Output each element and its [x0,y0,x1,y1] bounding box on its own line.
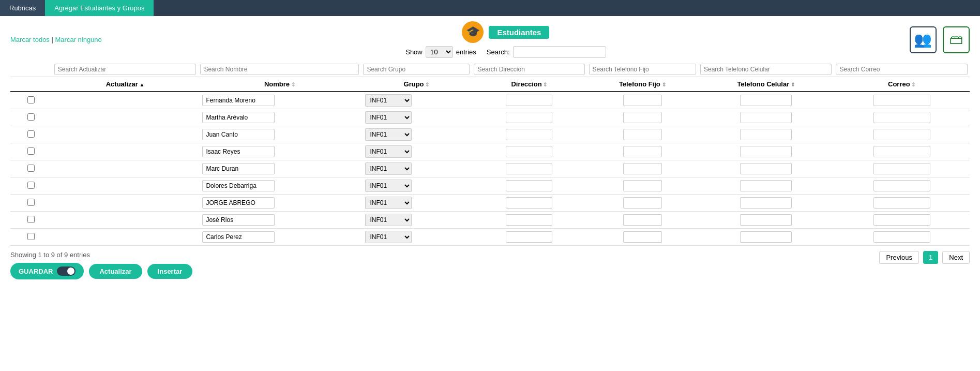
row-checkbox[interactable] [27,182,35,189]
row-nombre-input[interactable] [202,112,275,123]
th-nombre[interactable]: Nombre [198,77,361,92]
search-telfijo-input[interactable] [589,64,696,75]
row-telcel-input[interactable] [740,146,792,157]
row-checkbox[interactable] [27,130,35,138]
row-nombre-input[interactable] [202,95,275,106]
excel-icon-button[interactable]: 🗃 [943,26,970,53]
row-grupo-select[interactable]: INF01 INF02 [365,231,412,243]
row-telfijo-input[interactable] [623,146,662,157]
search-telcel-input[interactable] [700,64,832,75]
row-checkbox[interactable] [27,216,35,223]
search-nombre-input[interactable] [200,64,359,75]
search-grupo-input[interactable] [363,64,470,75]
row-direccion-input[interactable] [506,180,552,191]
search-input[interactable] [513,46,606,58]
row-nombre-input[interactable] [202,146,275,157]
row-correo-input[interactable] [873,180,930,191]
col-nombre-search [198,62,361,77]
row-direccion-input[interactable] [506,231,552,243]
row-checkbox[interactable] [27,165,35,172]
row-correo-input[interactable] [873,112,930,123]
row-direccion-input[interactable] [506,112,552,123]
row-telcel-cell [698,92,834,109]
row-telfijo-input[interactable] [623,214,662,226]
row-telcel-input[interactable] [740,231,792,243]
row-direccion-input[interactable] [506,146,552,157]
row-nombre-input[interactable] [202,197,275,209]
group-icon-button[interactable]: 👥 [910,26,937,53]
search-box: Search: [487,46,606,58]
row-checkbox[interactable] [27,113,35,121]
tab-agregar[interactable]: Agregar Estudiantes y Grupos [45,0,154,16]
th-telefono-celular[interactable]: Telefono Celular [698,77,834,92]
row-grupo-cell: INF01 INF02 [361,143,472,160]
row-grupo-cell: INF01 INF02 [361,160,472,177]
row-telfijo-input[interactable] [623,163,662,174]
row-checkbox[interactable] [27,96,35,103]
mark-all-link[interactable]: Marcar todos [10,36,50,43]
row-telcel-input[interactable] [740,95,792,106]
row-telfijo-input[interactable] [623,197,662,209]
row-direccion-input[interactable] [506,214,552,226]
row-direccion-input[interactable] [506,163,552,174]
row-nombre-input[interactable] [202,163,275,174]
mark-none-link[interactable]: Marcar ninguno [55,36,102,43]
next-button[interactable]: Next [942,251,970,264]
row-actualizar-cell [52,126,199,143]
row-direccion-cell [472,160,586,177]
th-actualizar[interactable]: Actualizar [52,77,199,92]
row-telfijo-input[interactable] [623,180,662,191]
row-telcel-input[interactable] [740,180,792,191]
row-grupo-select[interactable]: INF01 INF02 [365,128,412,141]
entries-select[interactable]: 10 25 50 100 [426,46,453,58]
row-telfijo-cell [587,126,698,143]
guardar-button[interactable]: GUARDAR [10,263,84,279]
row-nombre-input[interactable] [202,180,275,191]
row-grupo-select[interactable]: INF01 INF02 [365,162,412,175]
row-telfijo-input[interactable] [623,129,662,140]
th-telefono-fijo[interactable]: Telefono Fijo [587,77,698,92]
row-grupo-select[interactable]: INF01 INF02 [365,111,412,124]
th-correo[interactable]: Correo [834,77,970,92]
row-nombre-input[interactable] [202,214,275,226]
search-direccion-input[interactable] [474,64,584,75]
row-grupo-select[interactable]: INF01 INF02 [365,197,412,209]
previous-button[interactable]: Previous [879,251,919,264]
row-grupo-select[interactable]: INF01 INF02 [365,214,412,226]
row-direccion-input[interactable] [506,129,552,140]
row-correo-input[interactable] [873,163,930,174]
col-grupo-search [361,62,472,77]
row-checkbox[interactable] [27,147,35,155]
row-grupo-select[interactable]: INF01 INF02 [365,94,412,107]
row-checkbox[interactable] [27,199,35,206]
th-direccion[interactable]: Direccion [472,77,586,92]
guardar-toggle[interactable] [57,266,76,276]
row-telcel-input[interactable] [740,197,792,209]
row-correo-input[interactable] [873,95,930,106]
row-correo-input[interactable] [873,146,930,157]
row-nombre-input[interactable] [202,231,275,243]
row-nombre-input[interactable] [202,129,275,140]
row-telfijo-input[interactable] [623,231,662,243]
actualizar-button[interactable]: Actualizar [89,264,142,279]
row-direccion-input[interactable] [506,95,552,106]
search-actualizar-input[interactable] [54,64,197,75]
row-correo-input[interactable] [873,197,930,209]
row-telcel-input[interactable] [740,129,792,140]
row-telfijo-input[interactable] [623,95,662,106]
row-correo-input[interactable] [873,231,930,243]
row-checkbox[interactable] [27,233,35,240]
row-grupo-select[interactable]: INF01 INF02 [365,145,412,158]
th-grupo[interactable]: Grupo [361,77,472,92]
row-correo-input[interactable] [873,214,930,226]
row-telfijo-input[interactable] [623,112,662,123]
insertar-button[interactable]: Insertar [147,264,193,279]
row-correo-input[interactable] [873,129,930,140]
row-telcel-input[interactable] [740,214,792,226]
tab-rubricas[interactable]: Rubricas [0,0,45,16]
row-telcel-input[interactable] [740,112,792,123]
row-telcel-input[interactable] [740,163,792,174]
search-correo-input[interactable] [836,64,968,75]
row-direccion-input[interactable] [506,197,552,209]
row-grupo-select[interactable]: INF01 INF02 [365,180,412,192]
